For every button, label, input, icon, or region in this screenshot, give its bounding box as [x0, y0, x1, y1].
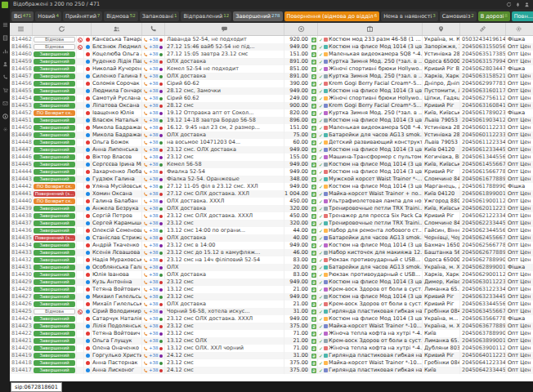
column-comment[interactable] — [165, 23, 284, 35]
order-comment[interactable]: ОЛХ доставка — [165, 73, 284, 80]
phone-icon[interactable] — [143, 82, 148, 87]
order-comment[interactable]: ОЛХ доставка — [165, 131, 284, 139]
messenger-icon[interactable] — [159, 252, 163, 255]
product-name[interactable]: Костюм на флисе Мод 1014 (3 цв... — [329, 293, 422, 301]
customer-name[interactable]: Ольга Глущук — [92, 337, 142, 345]
messenger-icon[interactable] — [159, 229, 163, 233]
customer-name[interactable]: Микола Бадражан — [92, 131, 142, 139]
table-row[interactable]: 814442 ПО Возврат ск. Уляна Мусійовська … — [10, 183, 533, 190]
customer-name[interactable]: Іващенко Юлія — [92, 109, 142, 117]
status-filter-tab[interactable]: Завершений278 — [233, 11, 282, 21]
phone-icon[interactable] — [143, 45, 148, 50]
tracking-number[interactable]: 20450627889900 — [460, 256, 506, 264]
tracking-number[interactable]: 20450635667788 — [460, 315, 506, 323]
customer-name[interactable]: Михаил Гилельський — [92, 293, 142, 301]
product-name[interactable]: Маленькая видеокамера SQ8 *-4... — [329, 124, 422, 131]
status-filter-tab[interactable]: Повн...1 — [512, 11, 533, 21]
refresh-icon[interactable] — [506, 2, 512, 7]
messenger-icon[interactable] — [159, 163, 163, 167]
product-name[interactable]: Набор для ремонта лобового ст... — [329, 227, 422, 234]
order-comment[interactable]: 23.12 смс — [165, 278, 284, 286]
order-comment[interactable]: 27.12 смс ОЛХ доставка. ХХЛ — [165, 190, 284, 198]
product-name[interactable]: Костюм на флисе Мод 1014 (3 цв... — [329, 87, 422, 95]
phone-icon[interactable] — [143, 38, 148, 42]
phone-icon[interactable] — [143, 221, 148, 226]
table-row[interactable]: 814444 Завершений Захарченко Люба +38 Фи… — [10, 168, 533, 176]
order-comment[interactable]: 23.12 смс. ОЛХ доставка — [165, 146, 284, 154]
customer-name[interactable]: Людмила Гончарова — [92, 87, 142, 95]
order-comment[interactable]: 19.12 Отправка апт от Сокол... — [165, 109, 284, 117]
product-name[interactable]: Костюм на флисе Мод 1014 (3 цв... — [329, 117, 422, 124]
phone-icon[interactable] — [143, 251, 148, 256]
messenger-icon[interactable] — [159, 38, 163, 42]
messenger-icon[interactable] — [159, 53, 163, 56]
customer-name[interactable]: Гудзюк Галина — [92, 176, 142, 183]
phone-icon[interactable] — [143, 96, 148, 101]
tracking-number[interactable]: 20450631608415 — [460, 102, 506, 109]
tracking-number[interactable]: 20450617889900 — [460, 183, 506, 190]
product-name[interactable]: Крем-воск Здоров от боли в суст... — [329, 286, 422, 293]
tracking-number[interactable]: 20450615667788 — [460, 168, 506, 176]
phone-icon[interactable] — [143, 126, 148, 131]
order-comment[interactable]: 23.12 смс — [165, 323, 284, 330]
messenger-icon[interactable] — [159, 318, 163, 321]
phone-icon[interactable] — [143, 207, 148, 212]
customer-name[interactable]: Сергій Петров — [92, 212, 142, 220]
table-row[interactable]: 814443 Завершений Гудзюк Галина +38 Фіал… — [10, 176, 533, 183]
messenger-icon[interactable] — [159, 200, 163, 203]
product-name[interactable]: Костюм на флисе Мод 1014 (3 цв... — [329, 146, 422, 154]
tracking-number[interactable]: 20450620112233 — [460, 205, 506, 212]
column-phone[interactable] — [142, 23, 165, 35]
table-row[interactable]: 814420 Завершений Олена Оначенко +38 13.… — [10, 345, 533, 352]
messenger-icon[interactable] — [159, 266, 163, 270]
phone-icon[interactable] — [143, 258, 148, 263]
column-id[interactable] — [10, 23, 33, 35]
phone-icon[interactable] — [143, 104, 148, 109]
tracking-number[interactable]: 20450625667788 — [460, 242, 506, 249]
phone-icon[interactable] — [143, 155, 148, 160]
messenger-icon[interactable] — [159, 105, 163, 108]
calls-icon[interactable] — [2, 68, 8, 74]
tracking-number[interactable]: 0503243419614 — [460, 36, 506, 43]
product-name[interactable]: Рюкзак противоударный с USB... — [329, 256, 420, 264]
tracking-number[interactable]: 20450628990011 — [460, 264, 506, 271]
product-name[interactable]: Машина-Трансформер с пультом... — [329, 154, 422, 161]
tracking-number[interactable]: 20450623445566 — [460, 227, 506, 234]
product-name[interactable]: Жіноча тепла кофта на хутрі *-4... — [329, 330, 422, 337]
customer-name[interactable]: Силенко Галина М... — [92, 73, 142, 80]
customer-name[interactable]: Ліпатова Оксана — [92, 102, 142, 109]
settings-icon[interactable] — [2, 120, 8, 126]
product-name[interactable]: Детский развивающий конструкт... — [329, 139, 422, 146]
order-comment[interactable]: 23.12 смс — [165, 154, 284, 161]
product-name[interactable]: Тренировочные петли TRX Traini... — [329, 220, 422, 227]
messenger-icon[interactable] — [159, 310, 163, 314]
status-filter-tab[interactable]: Відмова52 — [104, 11, 137, 21]
phone-icon[interactable] — [143, 118, 148, 123]
tracking-number[interactable]: 20450637889900 — [460, 330, 506, 337]
status-filter-tab[interactable]: В дорозі8 — [478, 11, 510, 21]
phone-icon[interactable] — [143, 67, 148, 72]
table-row[interactable]: 814455 Завершений Людмила Гончарова +38 … — [10, 87, 533, 95]
tracking-number[interactable]: 20450611223344 — [460, 139, 506, 146]
tracking-number[interactable]: 20450627561126 — [460, 95, 506, 102]
messenger-icon[interactable] — [159, 171, 163, 174]
order-comment[interactable]: 28.12 смс, Замочки — [165, 87, 284, 95]
table-row[interactable]: 814421 Завершений Ольга Глущук +38 13.12… — [10, 337, 533, 345]
product-name[interactable]: Krem Gogi Berry Facial Cream*-5... — [329, 102, 421, 109]
order-comment[interactable]: ОЛХ доставка. ХХХЛ — [165, 198, 284, 205]
product-name[interactable]: Гирлянда пластиковая гибкая на... — [329, 367, 422, 374]
phone-icon[interactable] — [143, 346, 148, 351]
phone-icon[interactable] — [143, 229, 148, 234]
messenger-icon[interactable] — [159, 296, 163, 299]
order-comment[interactable]: 23.12 смс ОЛХ доставка. ХХХЛ — [165, 315, 284, 323]
messenger-icon[interactable] — [159, 207, 163, 211]
table-row[interactable]: 814428 Завершений Тетяна Войтович +38 13… — [10, 286, 533, 293]
column-price[interactable] — [284, 23, 318, 35]
status-filter-tab[interactable]: Всі471 — [11, 11, 34, 21]
phone-icon[interactable] — [143, 287, 148, 292]
table-row[interactable]: 814438 Завершений Сергій Петров +38 23.1… — [10, 212, 533, 220]
tracking-number[interactable]: 20450638990011 — [460, 337, 506, 345]
phone-icon[interactable] — [143, 177, 148, 182]
messenger-icon[interactable] — [159, 112, 163, 115]
phone-icon[interactable] — [143, 273, 148, 278]
